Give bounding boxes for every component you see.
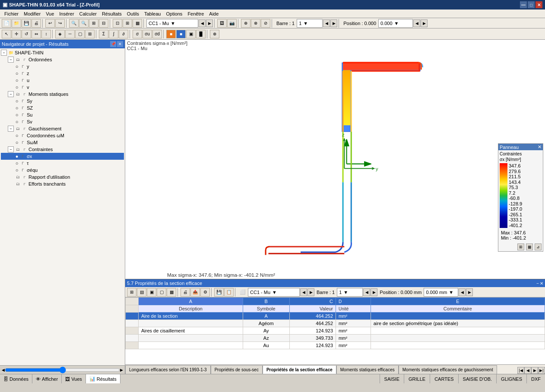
tree-root[interactable]: − 📁 SHAPE-THIN (1, 49, 124, 56)
menu-calculer[interactable]: Calculer (77, 10, 99, 17)
tree-toggle-gauch[interactable]: − (8, 126, 14, 132)
radio-sz[interactable]: ○ (15, 106, 19, 110)
btb-print[interactable]: 🖨 (181, 288, 190, 297)
tree-toggle-contr[interactable]: − (8, 146, 14, 152)
radio-z[interactable]: ○ (15, 71, 19, 76)
menu-tableau[interactable]: Tableau (142, 10, 164, 17)
btb-copy[interactable]: 📋 (224, 288, 234, 297)
close-button[interactable]: ✕ (535, 1, 542, 8)
sidebar-scrollbar-input[interactable] (5, 368, 120, 372)
calc-tool3[interactable]: ∂ (119, 30, 128, 38)
open-button[interactable]: 📁 (12, 19, 21, 28)
display-btn1[interactable]: σ (133, 30, 142, 38)
sidebar-pin-button[interactable]: 📌 (110, 41, 116, 47)
color-btn2[interactable]: ■ (176, 30, 186, 38)
display-btn3[interactable]: σd (152, 30, 162, 38)
tree-sy[interactable]: ○ Γ Sy (1, 98, 124, 104)
btb-btn4[interactable]: ▢ (157, 288, 166, 297)
undo-button[interactable]: ↩ (45, 19, 55, 28)
radio-tau[interactable]: ○ (15, 161, 19, 165)
tree-coordom[interactable]: ○ Γ Coordonnées ωM (1, 132, 124, 139)
radio-sigmax[interactable]: ● (15, 154, 19, 158)
radio-y[interactable]: ○ (15, 64, 19, 69)
col-header-a[interactable]: A (139, 298, 243, 305)
btb-btn5[interactable]: ▦ (167, 288, 176, 297)
btb-bar-dropdown[interactable]: 1 ▼ (337, 288, 363, 297)
tab-next-button[interactable]: ▶ (531, 367, 538, 374)
next-load-button[interactable]: ▶ (206, 19, 213, 27)
node-tool[interactable]: ◈ (55, 30, 65, 38)
legend-close-icon[interactable]: ✕ (538, 144, 542, 150)
btb-next-bar[interactable]: ▶ (371, 288, 377, 296)
save-button[interactable]: 💾 (22, 19, 31, 28)
tree-toggle-root[interactable]: − (1, 50, 7, 56)
load-case-dropdown[interactable]: CC1 - Mu ▼ (146, 19, 198, 28)
table-row[interactable]: Aire de la section A 464.252 mm² (126, 313, 545, 320)
tree-sigmax[interactable]: ● Γ σx (1, 153, 124, 160)
btb-prev-bar[interactable]: ◀ (363, 288, 370, 296)
status-tab-afficher[interactable]: 👁 Afficher (32, 374, 62, 383)
status-saisiedo-button[interactable]: SAISIE D'OB. (458, 374, 497, 383)
tree-y[interactable]: ○ Γ y (1, 63, 124, 70)
btb-loadcase-dropdown[interactable]: CC1 - Mu ▼ (248, 288, 300, 297)
view-btn2[interactable]: ⊞ (123, 19, 132, 28)
sidebar-scroll-right[interactable]: ▶ (120, 368, 123, 372)
render-btn1[interactable]: 🖼 (217, 19, 227, 28)
color-btn3[interactable]: ▣ (186, 30, 196, 38)
tree-v[interactable]: ○ Γ v (1, 84, 124, 91)
mirror-tool[interactable]: ⇔ (32, 30, 41, 38)
menu-options[interactable]: Options (163, 10, 185, 17)
tree-tau[interactable]: ○ Γ τ (1, 160, 124, 167)
radio-sy[interactable]: ○ (15, 99, 19, 103)
tree-sigmaequ[interactable]: ○ Γ σéqu (1, 167, 124, 174)
menu-fichier[interactable]: Fichier (2, 10, 21, 17)
col-header-d[interactable]: D (336, 298, 371, 305)
tree-contraintes[interactable]: − 🗂 Γ Contraintes (1, 146, 124, 153)
btb-btn1[interactable]: ⊞ (127, 288, 136, 297)
col-header-b[interactable]: B (243, 298, 289, 305)
next-bar-button[interactable]: ▶ (330, 19, 337, 27)
tab-longueurs[interactable]: Longueurs efficaces selon l'EN 1993-1-3 (125, 365, 211, 374)
axis-btn[interactable]: ⊕ (210, 30, 219, 38)
bottom-panel-controls[interactable]: − ✕ (536, 281, 543, 286)
select-tool[interactable]: ↖ (2, 30, 11, 38)
sidebar-controls[interactable]: 📌 ✕ (110, 41, 123, 47)
next-pos-button[interactable]: ▶ (421, 19, 428, 27)
tree-moments[interactable]: − 🗂 Γ Moments statiques (1, 91, 124, 98)
title-controls[interactable]: — □ ✕ (520, 1, 542, 8)
btb-save[interactable]: 💾 (214, 288, 224, 297)
menu-fenetre[interactable]: Fenêtre (185, 10, 206, 17)
tab-prev-button[interactable]: ◀ (524, 367, 531, 374)
tab-moments-efficaces[interactable]: Moments statiques efficaces (336, 365, 399, 374)
zoom-out-button[interactable]: 🔍 (79, 19, 89, 28)
tool-btn3[interactable]: ⊘ (261, 19, 270, 28)
zoom-fit-button[interactable]: ⊞ (89, 19, 98, 28)
status-grille-button[interactable]: GRILLE (404, 374, 430, 383)
bar-dropdown[interactable]: 1 ▼ (297, 19, 323, 28)
tool-btn1[interactable]: ⊕ (241, 19, 250, 28)
prev-load-button[interactable]: ◀ (199, 19, 206, 27)
radio-coordom[interactable]: ○ (15, 133, 19, 138)
tree-som[interactable]: ○ Γ SωM (1, 139, 124, 146)
scale-tool[interactable]: ↕ (41, 30, 51, 38)
tab-last-button[interactable]: ▶| (538, 367, 545, 374)
menu-outils[interactable]: Outils (124, 10, 142, 17)
legend-icon-1[interactable]: ⊞ (517, 243, 524, 250)
sidebar-scroll-left[interactable]: ◀ (2, 368, 5, 372)
status-tab-resultats[interactable]: 📊 Résultats (86, 374, 120, 383)
sidebar-scrollbar[interactable]: ◀ ▶ (0, 365, 125, 374)
tree-toggle-ord[interactable]: − (8, 57, 14, 63)
legend-icon-2[interactable]: ▦ (526, 243, 533, 250)
calc-tool2[interactable]: ∫ (109, 30, 118, 38)
col-header-c[interactable]: C (289, 298, 336, 305)
menu-modifier[interactable]: Modifier (21, 10, 43, 17)
edge-tool[interactable]: ─ (65, 30, 75, 38)
tree-u[interactable]: ○ Γ u (1, 77, 124, 84)
prev-bar-button[interactable]: ◀ (323, 19, 330, 27)
tree-sv[interactable]: ○ Γ Sv (1, 118, 124, 125)
sidebar-close-button[interactable]: ✕ (117, 41, 123, 47)
tab-moments-gauch[interactable]: Moments statiques efficaces de gauchisse… (399, 365, 497, 374)
btb-settings[interactable]: ⚙ (200, 288, 210, 297)
status-cartes-button[interactable]: CARTES (430, 374, 458, 383)
btb-prev-pos[interactable]: ◀ (459, 288, 466, 296)
